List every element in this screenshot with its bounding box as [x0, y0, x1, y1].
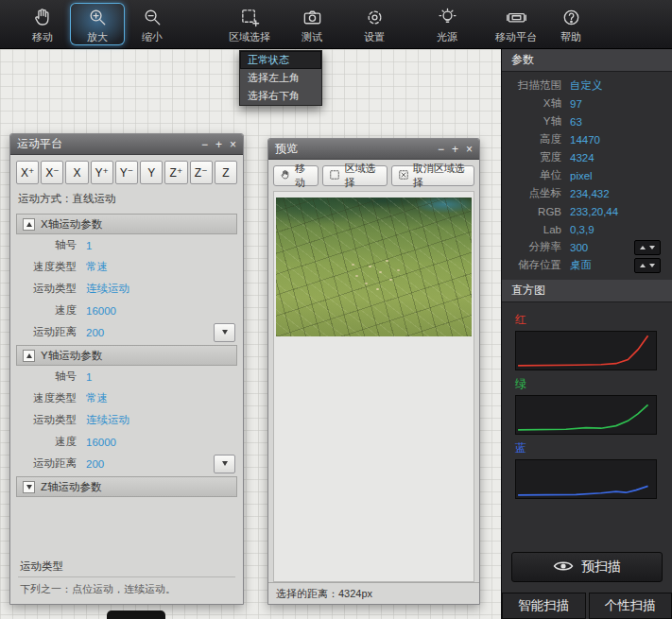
hand-icon	[280, 169, 291, 182]
param-row: 运动距离 200	[16, 321, 237, 343]
toolbar-button-help[interactable]: 帮助	[543, 3, 598, 45]
toolbar-button-settings[interactable]: 设置	[347, 3, 402, 45]
toolbar-button-zoom-in[interactable]: 放大	[70, 3, 125, 45]
param-row-resolution: 分辨率 300	[502, 238, 672, 256]
param-value[interactable]: 300	[570, 242, 588, 253]
axis-button-y-minus[interactable]: Y⁻	[115, 161, 138, 184]
param-row: 扫描范围 自定义	[502, 77, 672, 95]
histogram-title: 直方图	[511, 283, 545, 299]
preview-move-button[interactable]: 移动	[273, 165, 319, 186]
param-value[interactable]: 自定义	[570, 78, 603, 93]
param-value[interactable]: 常速	[86, 391, 108, 405]
axis-button-z-minus[interactable]: Z⁻	[190, 161, 213, 184]
preview-region-select-button[interactable]: 区域选择	[322, 165, 387, 186]
panel-titlebar[interactable]: 运动平台 − + ×	[10, 134, 243, 155]
param-row: 点坐标 234,432	[502, 184, 672, 202]
dropdown-button[interactable]	[214, 455, 235, 473]
preview-image	[276, 198, 472, 336]
axis-button-z[interactable]: Z	[215, 161, 237, 184]
prescan-button[interactable]: 预扫描	[511, 552, 663, 582]
selected-distance-text: 选择的距离：4324px	[276, 587, 372, 601]
axis-button-y-plus[interactable]: Y⁺	[91, 161, 113, 184]
parameters-panel: 参数 扫描范围 自定义 X轴 97 Y轴 63 高度 14470 宽度 4324	[501, 49, 672, 619]
param-label: 速度类型	[16, 260, 86, 274]
param-value[interactable]: 16000	[86, 305, 116, 317]
param-value: 233,20,44	[570, 206, 618, 217]
param-value[interactable]: 14470	[570, 134, 600, 146]
collapse-toggle-icon[interactable]	[23, 350, 35, 362]
param-value[interactable]: 16000	[86, 437, 116, 448]
axis-button-x-plus[interactable]: X⁺	[16, 161, 39, 184]
menu-item-select-top-left[interactable]: 选择左上角	[240, 69, 321, 87]
param-label: Lab	[502, 224, 570, 235]
minimize-button[interactable]: −	[201, 138, 208, 151]
toolbar-button-region-select[interactable]: 区域选择	[222, 3, 277, 45]
param-row: 单位 pixel	[502, 166, 672, 184]
histogram-header: 直方图	[502, 280, 672, 302]
param-value[interactable]: 1	[86, 240, 92, 251]
region-select-icon	[329, 169, 340, 182]
param-label: 速度类型	[16, 391, 86, 405]
prescan-label: 预扫描	[581, 559, 621, 576]
collapse-toggle-icon[interactable]	[23, 218, 35, 231]
param-label: X轴	[502, 96, 570, 111]
maximize-button[interactable]: +	[452, 143, 458, 156]
param-value[interactable]: 200	[86, 327, 104, 338]
param-value[interactable]: 连续运动	[86, 413, 129, 427]
dropdown-button[interactable]	[214, 323, 235, 342]
axis-button-x[interactable]: X	[65, 161, 88, 184]
toolbar-button-move[interactable]: 移动	[15, 3, 70, 45]
toolbar-button-test[interactable]: 测试	[284, 3, 339, 45]
panel-titlebar[interactable]: 预览 − + ×	[268, 139, 479, 160]
axis-button-z-plus[interactable]: Z⁺	[164, 161, 187, 184]
param-value[interactable]: 1	[86, 371, 92, 383]
param-value[interactable]: 连续运动	[86, 282, 129, 296]
smart-scan-button[interactable]: 智能扫描	[502, 593, 586, 619]
axis-button-y[interactable]: Y	[140, 161, 163, 184]
toolbar-button-zoom-out[interactable]: 缩小	[125, 3, 180, 45]
storage-spinner[interactable]	[634, 258, 661, 273]
preview-panel: 预览 − + × 移动 区域选择 取消区域选择 选择	[267, 138, 480, 605]
region-select-icon	[239, 7, 261, 30]
param-value[interactable]: 桌面	[570, 258, 592, 272]
menu-item-normal-state[interactable]: 正常状态	[240, 51, 321, 69]
toolbar-button-moving-platform[interactable]: 移动平台	[489, 3, 543, 45]
param-label: 轴号	[16, 238, 86, 252]
param-value: 0,3,9	[570, 224, 594, 235]
param-row: 速度 16000	[16, 431, 237, 453]
minimize-button[interactable]: −	[438, 143, 444, 156]
param-value[interactable]: 97	[570, 98, 582, 110]
close-button[interactable]: ×	[230, 138, 236, 151]
param-row: X轴 97	[502, 95, 672, 112]
collapse-toggle-icon[interactable]	[23, 481, 35, 493]
region-select-menu: 正常状态 选择左上角 选择右下角	[239, 50, 322, 106]
param-value[interactable]: 63	[570, 116, 582, 128]
toolbar-button-light-source[interactable]: 光源	[420, 3, 474, 45]
param-label: 运动类型	[16, 282, 86, 296]
menu-item-select-bottom-right[interactable]: 选择右下角	[240, 87, 321, 105]
toolbar-label: 区域选择	[229, 30, 270, 44]
param-value[interactable]: 常速	[86, 260, 108, 274]
parameters-rows: 扫描范围 自定义 X轴 97 Y轴 63 高度 14470 宽度 4324 单位…	[502, 72, 672, 274]
motion-panel-body: X⁺ X⁻ X Y⁺ Y⁻ Y Z⁺ Z⁻ Z 运动方式：直线运动 X轴运动参数…	[10, 155, 243, 604]
platform-icon	[506, 7, 527, 30]
section-title: Z轴运动参数	[41, 480, 102, 494]
param-value[interactable]: pixel	[570, 170, 593, 181]
section-header-y-axis[interactable]: Y轴运动参数	[16, 345, 237, 366]
preview-canvas[interactable]	[273, 191, 474, 582]
maximize-button[interactable]: +	[215, 138, 222, 151]
param-label: 运动距离	[16, 325, 86, 339]
resolution-spinner[interactable]	[634, 240, 661, 255]
section-header-x-axis[interactable]: X轴运动参数	[16, 214, 237, 234]
axis-button-x-minus[interactable]: X⁻	[41, 161, 63, 184]
custom-scan-button[interactable]: 个性扫描	[589, 593, 672, 619]
preview-cancel-region-button[interactable]: 取消区域选择	[391, 165, 474, 186]
toolbar-label: 移动平台	[495, 30, 537, 44]
close-button[interactable]: ×	[466, 143, 473, 156]
help-title: 运动类型	[18, 557, 235, 577]
param-value[interactable]: 4324	[570, 152, 594, 163]
param-row: 运动类型 连续运动	[16, 409, 237, 431]
section-header-z-axis[interactable]: Z轴运动参数	[16, 476, 237, 497]
param-value[interactable]: 200	[86, 458, 104, 470]
param-row-storage: 储存位置 桌面	[502, 256, 672, 274]
